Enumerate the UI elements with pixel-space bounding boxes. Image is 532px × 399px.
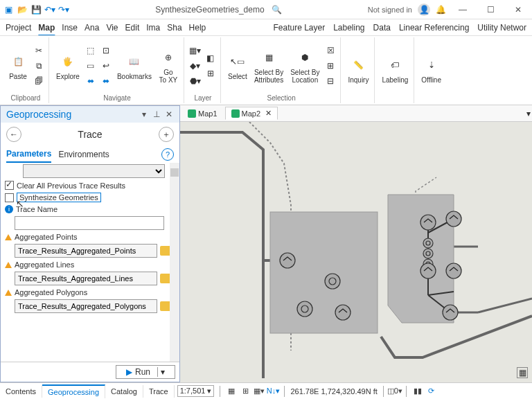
offline-button[interactable]: ⇣ Offline [418,54,444,85]
geoprocessing-pane: Geoprocessing ▾ ⊥ ✕ ← Trace ＋ Parameters… [0,105,180,382]
undo-icon[interactable]: ↶▾ [44,4,55,15]
svg-marker-1 [388,195,454,323]
synthesize-checkbox[interactable] [5,193,14,202]
inquiry-icon: 📏 [348,55,368,75]
map-tab-1[interactable]: Map1 [181,107,224,120]
bell-icon[interactable]: 🔔 [436,5,446,15]
map-canvas[interactable]: ▦ [180,122,532,382]
trace-name-input[interactable] [15,216,164,230]
tab-parameters[interactable]: Parameters [6,146,51,163]
goto-xy-button[interactable]: ⊕ Go To XY [156,46,181,85]
run-button[interactable]: ▶ Run ▾ [116,365,175,379]
scale-input[interactable]: 1:7,501 ▾ [177,385,215,397]
pane-close-icon[interactable]: ✕ [164,109,174,119]
pane-dropdown-icon[interactable]: ▾ [139,109,149,119]
titlebar: ▣ 📂 💾 ↶▾ ↷▾ SynthesizeGeometries_demo 🔍 … [0,0,532,19]
agg-lines-input[interactable] [15,272,157,285]
menu-ana[interactable]: Ana [85,23,99,33]
select-loc-button[interactable]: ⬢ Select By Location [287,46,322,85]
menu-data[interactable]: Data [373,23,391,33]
snap-icon[interactable]: ▦ [226,386,237,397]
select-attr-icon: ▦ [259,48,278,67]
select-button[interactable]: ↖▭ Select [225,51,250,82]
pause-icon[interactable]: ▮▮ [412,386,423,397]
menu-feature-layer[interactable]: Feature Layer [273,23,325,33]
warn-icon-2 [5,262,12,268]
back-button[interactable]: ← [6,127,21,142]
menu-linear-ref[interactable]: Linear Referencing [399,23,469,33]
agg-points-label: Aggregated Points [15,233,78,241]
menu-utility-net[interactable]: Utility Networ [477,23,526,33]
nav-arrows-icon[interactable]: ⬌ [84,74,98,88]
minimize-button[interactable]: — [452,3,474,17]
clear-prev-checkbox[interactable] [5,181,14,190]
menu-ima[interactable]: Ima [146,23,160,33]
menu-sha[interactable]: Sha [167,23,181,33]
nav-arrows2-icon[interactable]: ⬌ [99,74,113,88]
correction-icon[interactable]: N↓▾ [267,386,278,397]
inquiry-button[interactable]: 📏 Inquiry [345,54,371,85]
param-dropdown[interactable] [23,164,165,178]
bookmarks-button[interactable]: 📖 Bookmarks [114,51,154,82]
pane-pin-icon[interactable]: ⊥ [152,109,161,119]
help-button[interactable]: ? [161,148,174,161]
bottom-tab-catalog[interactable]: Catalog [105,385,143,398]
refresh-icon[interactable]: ⟳ [426,386,437,397]
tab-close-icon[interactable]: ✕ [265,109,272,118]
sel-opts2-icon[interactable]: ⊟ [323,74,337,88]
bottom-tab-geoproc[interactable]: Geoprocessing [42,384,105,398]
paste-button[interactable]: 📋 Paste [6,51,30,82]
select-attr-button[interactable]: ▦ Select By Attributes [251,46,286,85]
bottom-tab-contents[interactable]: Contents [0,385,42,398]
copy-icon[interactable]: ⧉ [32,59,46,73]
clear-sel-icon[interactable]: ☒ [323,44,337,57]
zoom-full-icon[interactable]: ⬚ [84,44,98,57]
explore-button[interactable]: 🖐 Explore [53,51,82,82]
copypath-icon[interactable]: 🗐 [32,74,46,88]
close-button[interactable]: ✕ [507,3,529,17]
menu-vie[interactable]: Vie [106,23,118,33]
menu-inse[interactable]: Inse [62,23,78,33]
labeling-button[interactable]: 🏷 Labeling [379,54,411,85]
sel-opts-icon[interactable]: ⊞ [323,59,337,73]
map-icon [231,109,240,118]
basemap-icon[interactable]: ▦▾ [188,44,202,57]
constraints-icon[interactable]: ▦▾ [254,386,265,397]
map-tab-2[interactable]: Map2✕ [225,107,278,120]
redo-icon[interactable]: ↷▾ [58,4,69,15]
zoom-prev-icon[interactable]: ↩ [99,59,113,73]
window-title: SynthesizeGeometries_demo [155,5,264,15]
zoom-fixed-icon[interactable]: ⊡ [99,44,113,57]
menu-edit[interactable]: Edit [125,23,140,33]
tab-environments[interactable]: Environments [58,147,109,162]
menu-map[interactable]: Map [38,23,55,33]
menu-labeling[interactable]: Labeling [333,23,364,33]
bottom-bar: Contents Geoprocessing Catalog Trace 1:7… [0,382,532,399]
agg-points-input[interactable] [15,244,157,258]
cut-icon[interactable]: ✂ [32,44,46,57]
addpreset-icon[interactable]: ⬣▾ [188,74,202,88]
agg-poly-label: Aggregated Polygons [15,288,87,296]
view-menu-icon[interactable]: ▾ [526,109,531,118]
grid-icon[interactable]: ▦ [517,367,528,378]
add-batch-button[interactable]: ＋ [159,127,174,142]
user-icon[interactable]: 👤 [418,3,430,16]
save-icon[interactable]: 💾 [30,4,42,15]
add-graphics-icon[interactable]: ◧ [204,51,218,65]
menu-help[interactable]: Help [189,23,206,33]
maximize-button[interactable]: ☐ [479,3,502,17]
zoom-sel-icon[interactable]: ▭ [84,59,98,73]
sel-count-icon[interactable]: ◫0▾ [389,386,400,397]
search-icon[interactable]: 🔍 [272,5,282,15]
agg-poly-input[interactable] [15,299,157,313]
grid-icon-2[interactable]: ⊞ [240,386,251,397]
menu-project[interactable]: Project [6,23,31,33]
svg-point-10 [423,238,433,248]
open-icon[interactable]: 📂 [17,4,28,15]
run-dropdown-icon[interactable]: ▾ [157,367,165,377]
add-other-icon[interactable]: ⊞ [204,66,218,80]
bottom-tab-trace[interactable]: Trace [143,385,175,398]
signin-text[interactable]: Not signed in [368,6,412,14]
svg-point-12 [423,249,433,258]
adddata-icon[interactable]: ◆▾ [188,59,202,73]
